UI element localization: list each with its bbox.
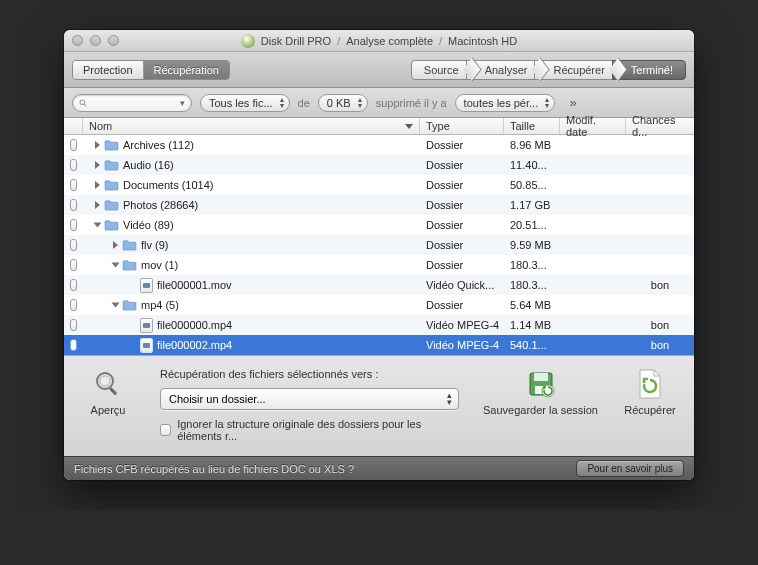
row-checkbox[interactable]: [64, 219, 83, 231]
table-row[interactable]: Vidéo (89)Dossier20.51...: [64, 215, 694, 235]
row-size: 180.3...: [504, 259, 560, 271]
row-type: Vidéo MPEG-4: [420, 339, 504, 351]
ignore-structure-checkbox[interactable]: Ignorer la structure originale des dossi…: [160, 418, 459, 442]
row-size: 11.40...: [504, 159, 560, 171]
table-header: Nom Type Taille Modif. date Chances d...: [64, 118, 694, 135]
filter-filetype[interactable]: Tous les fic...▴▾: [200, 94, 290, 112]
disclosure-icon[interactable]: [95, 201, 100, 209]
action-panel: Aperçu Récupération des fichiers sélecti…: [64, 355, 694, 456]
folder-icon: [122, 299, 137, 311]
destination-select[interactable]: Choisir un dossier... ▴▾: [160, 388, 459, 410]
chevron-updown-icon: ▴▾: [447, 392, 452, 406]
row-size: 1.17 GB: [504, 199, 560, 211]
row-chance: bon: [626, 339, 694, 351]
title-crumb-mode: Analyse complète: [346, 35, 433, 47]
row-type: Dossier: [420, 179, 504, 191]
row-checkbox[interactable]: [64, 179, 83, 191]
destination-label: Récupération des fichiers sélectionnés v…: [160, 368, 459, 380]
col-chance[interactable]: Chances d...: [626, 118, 694, 134]
row-name: Vidéo (89): [123, 219, 174, 231]
table-row[interactable]: flv (9)Dossier9.59 MB: [64, 235, 694, 255]
table-row[interactable]: mp4 (5)Dossier5.64 MB: [64, 295, 694, 315]
table-row[interactable]: Audio (16)Dossier11.40...: [64, 155, 694, 175]
row-name: Documents (1014): [123, 179, 214, 191]
svg-point-3: [100, 376, 110, 386]
row-checkbox[interactable]: [64, 139, 83, 151]
disclosure-icon[interactable]: [95, 161, 100, 169]
table-body: Archives (112)Dossier8.96 MBAudio (16)Do…: [64, 135, 694, 355]
table-row[interactable]: mov (1)Dossier180.3...: [64, 255, 694, 275]
row-name: file000002.mp4: [157, 339, 232, 351]
row-name: mov (1): [141, 259, 178, 271]
svg-line-1: [84, 104, 86, 106]
row-checkbox[interactable]: [64, 339, 83, 351]
disclosure-icon[interactable]: [95, 181, 100, 189]
row-checkbox[interactable]: [64, 319, 83, 331]
floppy-save-icon: [525, 368, 557, 400]
filter-size[interactable]: 0 KB▴▾: [318, 94, 368, 112]
disclosure-icon[interactable]: [95, 141, 100, 149]
row-type: Dossier: [420, 259, 504, 271]
search-dropdown-icon[interactable]: ▾: [180, 98, 185, 108]
disclosure-icon[interactable]: [112, 303, 120, 308]
folder-icon: [104, 219, 119, 231]
row-size: 20.51...: [504, 219, 560, 231]
toolbar: Protection Récupération Source Analyser …: [64, 52, 694, 88]
row-checkbox[interactable]: [64, 259, 83, 271]
save-session-button[interactable]: Sauvegarder la session: [483, 368, 598, 416]
label-de: de: [298, 97, 310, 109]
title-app: Disk Drill PRO: [261, 35, 331, 47]
tab-recovery[interactable]: Récupération: [143, 61, 229, 79]
destination-group: Récupération des fichiers sélectionnés v…: [160, 368, 459, 442]
learn-more-button[interactable]: Pour en savoir plus: [576, 460, 684, 477]
title-crumb-disk: Macintosh HD: [448, 35, 517, 47]
table-row[interactable]: Documents (1014)Dossier50.85...: [64, 175, 694, 195]
svg-rect-6: [534, 373, 548, 381]
disclosure-icon[interactable]: [94, 223, 102, 228]
row-type: Dossier: [420, 199, 504, 211]
overflow-icon[interactable]: »: [563, 95, 583, 110]
col-size[interactable]: Taille: [504, 118, 560, 134]
magnifier-icon: [92, 368, 124, 400]
row-name: Audio (16): [123, 159, 174, 171]
row-checkbox[interactable]: [64, 159, 83, 171]
search-field[interactable]: ▾: [72, 94, 192, 112]
label-deleted: supprimé il y a: [376, 97, 447, 109]
table-row[interactable]: Photos (28664)Dossier1.17 GB: [64, 195, 694, 215]
search-input[interactable]: [91, 97, 178, 109]
titlebar[interactable]: Disk Drill PRO / Analyse complète / Maci…: [64, 30, 694, 52]
recover-button[interactable]: Récupérer: [622, 368, 678, 416]
folder-icon: [104, 139, 119, 151]
tab-protection[interactable]: Protection: [73, 61, 143, 79]
row-checkbox[interactable]: [64, 299, 83, 311]
row-name: mp4 (5): [141, 299, 179, 311]
row-type: Vidéo Quick...: [420, 279, 504, 291]
row-chance: bon: [626, 319, 694, 331]
svg-rect-4: [109, 387, 117, 395]
row-checkbox[interactable]: [64, 199, 83, 211]
filter-period[interactable]: toutes les pér...▴▾: [455, 94, 556, 112]
table-row[interactable]: Archives (112)Dossier8.96 MB: [64, 135, 694, 155]
table-row[interactable]: file000002.mp4Vidéo MPEG-4540.1...bon: [64, 335, 694, 355]
row-name: Photos (28664): [123, 199, 198, 211]
recover-file-icon: [634, 368, 666, 400]
col-checkbox[interactable]: [64, 118, 83, 134]
table-row[interactable]: file000001.movVidéo Quick...180.3...bon: [64, 275, 694, 295]
col-date[interactable]: Modif. date: [560, 118, 626, 134]
step-source[interactable]: Source: [411, 60, 474, 80]
search-icon: [79, 98, 87, 108]
col-type[interactable]: Type: [420, 118, 504, 134]
file-icon: [140, 338, 153, 353]
disclosure-icon[interactable]: [113, 241, 118, 249]
app-window: Disk Drill PRO / Analyse complète / Maci…: [64, 30, 694, 480]
row-size: 1.14 MB: [504, 319, 560, 331]
col-name[interactable]: Nom: [83, 118, 420, 134]
folder-icon: [104, 199, 119, 211]
folder-icon: [104, 159, 119, 171]
disclosure-icon[interactable]: [112, 263, 120, 268]
checkbox-icon[interactable]: [160, 424, 171, 436]
row-checkbox[interactable]: [64, 239, 83, 251]
row-checkbox[interactable]: [64, 279, 83, 291]
table-row[interactable]: file000000.mp4Vidéo MPEG-41.14 MBbon: [64, 315, 694, 335]
preview-button[interactable]: Aperçu: [80, 368, 136, 416]
